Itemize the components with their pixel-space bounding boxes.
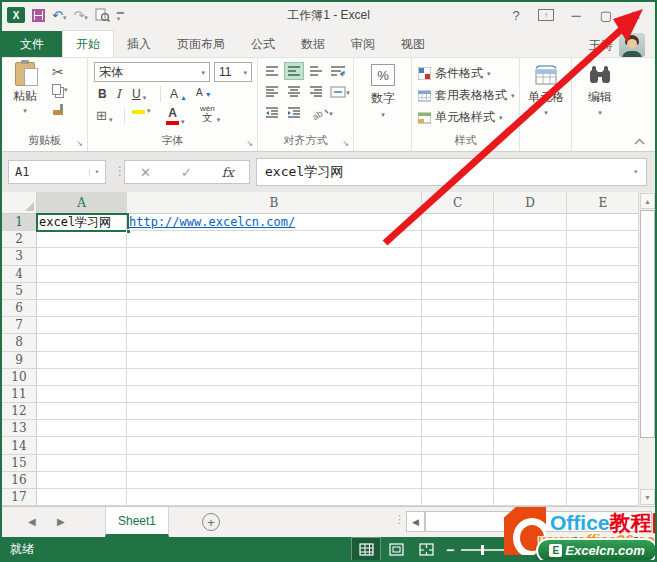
cell-A2[interactable]: [37, 231, 127, 248]
cell-A11[interactable]: [37, 386, 127, 403]
cancel-icon[interactable]: ✕: [140, 165, 151, 180]
cell-B10[interactable]: [127, 369, 422, 386]
top-align-icon[interactable]: [262, 62, 282, 80]
tab-data[interactable]: 数据: [288, 31, 338, 57]
cell-B14[interactable]: [127, 437, 422, 454]
cell-A4[interactable]: [37, 266, 127, 283]
tab-page-layout[interactable]: 页面布局: [164, 31, 238, 57]
customize-qat-icon[interactable]: ▬▾: [117, 8, 124, 23]
cell-A3[interactable]: [37, 248, 127, 265]
redo-button[interactable]: ↷▾: [73, 6, 87, 24]
new-sheet-icon[interactable]: +: [202, 513, 220, 531]
middle-align-icon[interactable]: [284, 62, 304, 80]
row-header-8[interactable]: 8: [2, 334, 37, 351]
cell-D8[interactable]: [494, 334, 567, 351]
cell-E11[interactable]: [567, 386, 640, 403]
horizontal-scroll-track[interactable]: [425, 511, 652, 532]
cell-D17[interactable]: [494, 489, 567, 506]
vertical-scroll-thumb[interactable]: [640, 210, 655, 438]
cell-A9[interactable]: [37, 352, 127, 369]
row-header-2[interactable]: 2: [2, 231, 37, 248]
column-header-E[interactable]: E: [567, 192, 640, 214]
cell-C12[interactable]: [422, 403, 494, 420]
font-dialog-launcher-icon[interactable]: ↘: [246, 139, 253, 148]
print-preview-icon[interactable]: [95, 8, 110, 22]
conditional-formatting-button[interactable]: 条件格式▾: [418, 65, 491, 82]
cell-C15[interactable]: [422, 455, 494, 472]
font-name-combo[interactable]: 宋体▾: [94, 62, 210, 82]
cell-D4[interactable]: [494, 266, 567, 283]
format-as-table-button[interactable]: 套用表格格式▾: [418, 87, 515, 104]
cell-D10[interactable]: [494, 369, 567, 386]
cell-A7[interactable]: [37, 317, 127, 334]
wrap-text-icon[interactable]: [328, 62, 348, 80]
cell-D15[interactable]: [494, 455, 567, 472]
scroll-down-icon[interactable]: ▼: [640, 489, 655, 505]
cell-D16[interactable]: [494, 472, 567, 489]
ribbon-display-options-button[interactable]: ↑: [533, 5, 559, 25]
copy-button[interactable]: ▾: [52, 84, 68, 95]
cell-D7[interactable]: [494, 317, 567, 334]
excel-app-icon[interactable]: X: [7, 7, 25, 23]
row-header-10[interactable]: 10: [2, 369, 37, 386]
cell-E15[interactable]: [567, 455, 640, 472]
cut-button[interactable]: ✂: [52, 64, 64, 80]
cell-D14[interactable]: [494, 437, 567, 454]
paste-button[interactable]: 粘贴▾: [7, 62, 43, 128]
cell-E1[interactable]: [567, 214, 640, 231]
zoom-in-icon[interactable]: +: [507, 542, 525, 558]
cell-B4[interactable]: [127, 266, 422, 283]
row-header-12[interactable]: 12: [2, 403, 37, 420]
cell-B13[interactable]: [127, 420, 422, 437]
grow-font-button[interactable]: A▲: [170, 87, 187, 101]
undo-button[interactable]: ↶▾: [52, 6, 66, 24]
phonetic-guide-button[interactable]: wén文▾: [200, 105, 220, 123]
page-break-view-button[interactable]: [411, 537, 441, 562]
cell-A6[interactable]: [37, 300, 127, 317]
cell-E7[interactable]: [567, 317, 640, 334]
cell-E4[interactable]: [567, 266, 640, 283]
vertical-scrollbar[interactable]: ▲ ▼: [638, 192, 655, 506]
name-box[interactable]: A1▾: [8, 160, 106, 184]
row-header-4[interactable]: 4: [2, 266, 37, 283]
align-right-icon[interactable]: [306, 83, 326, 101]
cell-C10[interactable]: [422, 369, 494, 386]
cell-D13[interactable]: [494, 420, 567, 437]
cell-D6[interactable]: [494, 300, 567, 317]
cell-E10[interactable]: [567, 369, 640, 386]
underline-button[interactable]: U▾: [132, 87, 146, 101]
row-header-5[interactable]: 5: [2, 283, 37, 300]
maximize-button[interactable]: ▢: [593, 5, 619, 25]
tab-home[interactable]: 开始: [62, 30, 114, 57]
cell-E14[interactable]: [567, 437, 640, 454]
cell-D11[interactable]: [494, 386, 567, 403]
font-size-combo[interactable]: 11▾: [214, 62, 252, 82]
cell-B16[interactable]: [127, 472, 422, 489]
cell-E6[interactable]: [567, 300, 640, 317]
scroll-left-icon[interactable]: ◀: [406, 511, 425, 532]
column-header-D[interactable]: D: [494, 192, 567, 214]
cell-D3[interactable]: [494, 248, 567, 265]
cell-A15[interactable]: [37, 455, 127, 472]
cell-E13[interactable]: [567, 420, 640, 437]
align-left-icon[interactable]: [262, 83, 282, 101]
cell-C3[interactable]: [422, 248, 494, 265]
italic-button[interactable]: I: [116, 87, 121, 101]
row-header-14[interactable]: 14: [2, 437, 37, 454]
shrink-font-button[interactable]: A▼: [196, 87, 212, 98]
tab-formulas[interactable]: 公式: [238, 31, 288, 57]
cell-A12[interactable]: [37, 403, 127, 420]
align-center-icon[interactable]: [284, 83, 304, 101]
cell-A16[interactable]: [37, 472, 127, 489]
format-painter-button[interactable]: [52, 104, 64, 116]
cell-E5[interactable]: [567, 283, 640, 300]
help-button[interactable]: ?: [503, 5, 529, 25]
row-header-11[interactable]: 11: [2, 386, 37, 403]
merge-center-icon[interactable]: ▾: [328, 83, 352, 101]
cell-A10[interactable]: [37, 369, 127, 386]
row-header-6[interactable]: 6: [2, 300, 37, 317]
cell-styles-button[interactable]: 单元格样式▾: [418, 109, 503, 126]
page-layout-view-button[interactable]: [381, 537, 411, 562]
cell-C4[interactable]: [422, 266, 494, 283]
cell-E17[interactable]: [567, 489, 640, 506]
